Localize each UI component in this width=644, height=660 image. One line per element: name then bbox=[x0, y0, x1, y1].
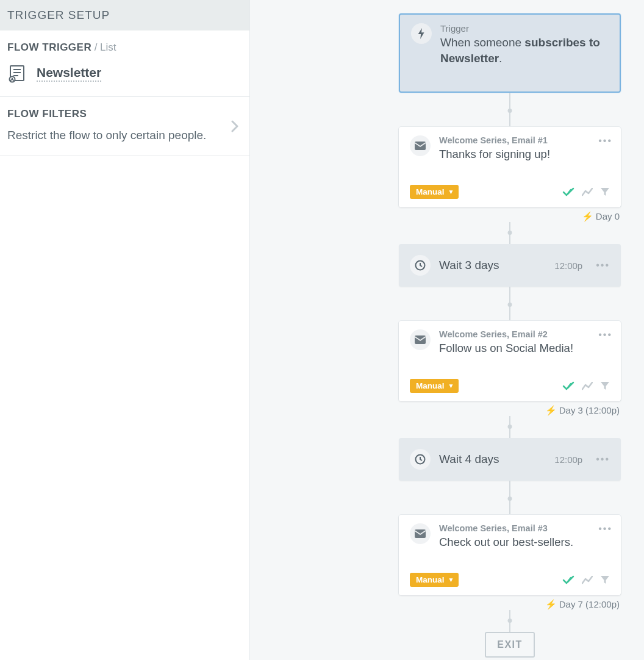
day-label: ⚡Day 3 (12:00p) bbox=[399, 405, 621, 416]
email-icon bbox=[410, 329, 431, 350]
connector bbox=[509, 481, 510, 515]
wait-text: Wait 3 days bbox=[439, 259, 546, 272]
connector bbox=[509, 416, 510, 438]
email-icon bbox=[410, 135, 431, 156]
svg-rect-10 bbox=[415, 529, 426, 538]
more-button[interactable]: ••• bbox=[596, 260, 610, 271]
check-icon[interactable] bbox=[562, 187, 574, 197]
list-icon bbox=[7, 63, 27, 83]
flow-canvas: Trigger When someone subscribes to Newsl… bbox=[250, 0, 644, 660]
wait-text: Wait 4 days bbox=[439, 453, 546, 466]
trigger-text: When someone subscribes to Newsletter. bbox=[440, 35, 609, 66]
filter-icon[interactable] bbox=[600, 187, 610, 197]
flow-trigger-label: FLOW TRIGGER bbox=[7, 41, 91, 53]
check-icon[interactable] bbox=[562, 575, 574, 585]
more-button[interactable]: ••• bbox=[598, 329, 612, 340]
trigger-title: Trigger bbox=[440, 23, 609, 34]
filter-icon[interactable] bbox=[600, 381, 610, 391]
bolt-icon: ⚡ bbox=[582, 211, 593, 221]
email-card-2[interactable]: ••• Welcome Series, Email #2 Follow us o… bbox=[399, 321, 621, 401]
exit-node[interactable]: EXIT bbox=[485, 632, 535, 658]
clock-icon bbox=[410, 449, 431, 470]
wait-card-2[interactable]: Wait 4 days 12:00p ••• bbox=[399, 438, 621, 481]
email-label: Welcome Series, Email #2 bbox=[439, 329, 573, 339]
flow-trigger-sublabel: / List bbox=[95, 41, 116, 53]
day-label: ⚡Day 0 bbox=[399, 211, 621, 222]
caret-down-icon: ▼ bbox=[448, 382, 454, 389]
analytics-icon[interactable] bbox=[582, 576, 593, 584]
email-card-3[interactable]: ••• Welcome Series, Email #3 Check out o… bbox=[399, 515, 621, 595]
bolt-icon: ⚡ bbox=[545, 405, 557, 415]
email-icon bbox=[410, 523, 431, 544]
svg-rect-6 bbox=[415, 142, 426, 150]
more-button[interactable]: ••• bbox=[598, 523, 612, 534]
email-subject: Thanks for signing up! bbox=[439, 148, 550, 161]
status-chip[interactable]: Manual ▼ bbox=[410, 573, 459, 587]
flow-filters-label: FLOW FILTERS bbox=[7, 108, 242, 120]
flow-filters-description: Restrict the flow to only certain people… bbox=[7, 129, 242, 142]
caret-down-icon: ▼ bbox=[448, 576, 454, 583]
connector bbox=[509, 222, 510, 244]
svg-rect-8 bbox=[415, 335, 426, 344]
wait-card-1[interactable]: Wait 3 days 12:00p ••• bbox=[399, 244, 621, 287]
flow-filters-section[interactable]: FLOW FILTERS Restrict the flow to only c… bbox=[0, 97, 249, 156]
sidebar: TRIGGER SETUP FLOW TRIGGER / List Newsle… bbox=[0, 0, 250, 660]
connector bbox=[509, 93, 510, 127]
bolt-icon: ⚡ bbox=[545, 599, 557, 609]
trigger-text-prefix: When someone bbox=[440, 36, 524, 49]
more-button[interactable]: ••• bbox=[598, 135, 612, 146]
status-chip[interactable]: Manual ▼ bbox=[410, 379, 459, 393]
email-card-1[interactable]: ••• Welcome Series, Email #1 Thanks for … bbox=[399, 127, 621, 207]
filter-icon[interactable] bbox=[600, 575, 610, 585]
day-label-text: Day 7 (12:00p) bbox=[559, 599, 620, 609]
email-subject: Check out our best-sellers. bbox=[439, 536, 573, 549]
connector bbox=[509, 610, 510, 632]
clock-icon bbox=[410, 255, 431, 276]
check-icon[interactable] bbox=[562, 381, 574, 391]
chevron-right-icon bbox=[231, 120, 238, 132]
day-label-text: Day 3 (12:00p) bbox=[559, 405, 620, 415]
status-label: Manual bbox=[416, 575, 445, 584]
analytics-icon[interactable] bbox=[582, 188, 593, 196]
wait-time: 12:00p bbox=[554, 260, 582, 271]
day-label-text: Day 0 bbox=[596, 211, 620, 221]
day-label: ⚡Day 7 (12:00p) bbox=[399, 599, 621, 610]
status-label: Manual bbox=[416, 381, 445, 390]
analytics-icon[interactable] bbox=[582, 382, 593, 390]
flow-trigger-section[interactable]: FLOW TRIGGER / List Newsletter bbox=[0, 30, 249, 97]
email-subject: Follow us on Social Media! bbox=[439, 342, 573, 355]
email-label: Welcome Series, Email #3 bbox=[439, 523, 573, 533]
status-chip[interactable]: Manual ▼ bbox=[410, 185, 459, 199]
caret-down-icon: ▼ bbox=[448, 188, 454, 195]
email-label: Welcome Series, Email #1 bbox=[439, 135, 550, 145]
more-button[interactable]: ••• bbox=[596, 454, 610, 465]
trigger-list-name[interactable]: Newsletter bbox=[37, 65, 101, 82]
status-label: Manual bbox=[416, 187, 445, 196]
trigger-card[interactable]: Trigger When someone subscribes to Newsl… bbox=[399, 13, 621, 93]
sidebar-header: TRIGGER SETUP bbox=[0, 0, 249, 30]
connector bbox=[509, 287, 510, 321]
wait-time: 12:00p bbox=[554, 454, 582, 465]
bolt-icon bbox=[411, 23, 432, 44]
trigger-text-suffix: . bbox=[499, 52, 502, 65]
